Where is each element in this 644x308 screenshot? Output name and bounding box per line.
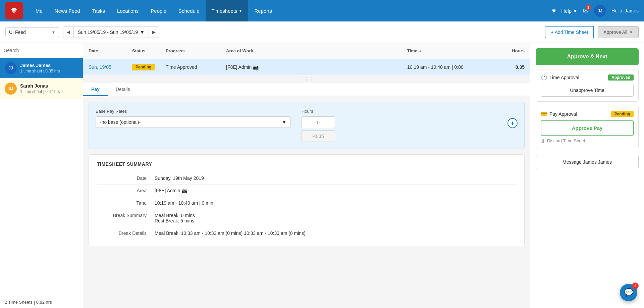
toolbar: UI Feed ▼ ◀ Sun 19/05/19 - Sun 19/05/19 … xyxy=(0,21,644,43)
summary-label: Area xyxy=(97,185,151,197)
base-pay-caret: ▼ xyxy=(282,119,286,125)
col-area: Area of Work xyxy=(226,48,407,53)
main-layout: JJ James James 1 time sheet | 0.35 hrs S… xyxy=(0,43,644,308)
nav-news-feed[interactable]: News Feed xyxy=(49,0,86,21)
help-button[interactable]: Help ▼ xyxy=(561,8,578,14)
pay-approval-label: Pay Approval xyxy=(549,111,577,117)
left-panel: JJ James James 1 time sheet | 0.35 hrs S… xyxy=(0,43,83,308)
clock-icon: 🕐 xyxy=(541,74,547,81)
tab-details[interactable]: Details xyxy=(108,83,138,96)
feed-select[interactable]: UI Feed ▼ xyxy=(5,27,59,37)
trash-icon: 🗑 xyxy=(541,138,545,143)
summary-section: TIMESHEET SUMMARY Date Sunday, 19th May … xyxy=(89,154,525,246)
approve-next-button[interactable]: Approve & Next xyxy=(536,48,639,65)
add-timesheet-button[interactable]: + Add Time Sheet xyxy=(545,26,594,38)
table-row: Date Sunday, 19th May 2019 xyxy=(97,172,516,185)
area-icon: 📷 xyxy=(181,188,187,193)
cell-hours: 0.35 xyxy=(501,64,525,70)
nav-right: ♥ Help ▼ ✉ 1 JJ Hello, James xyxy=(552,5,639,17)
table-row: Break Details Meal Break: 10:33 am - 10:… xyxy=(97,227,516,240)
list-item[interactable]: SJ Sarah Jonas 1 time sheet | 0.47 hrs xyxy=(0,79,83,99)
favorites-button[interactable]: ♥ xyxy=(552,7,556,15)
app-logo[interactable] xyxy=(5,2,23,19)
table-row: Area [F8E] Admin 📷 xyxy=(97,185,516,197)
time-approval-section: 🕐 Time Approval Approved Unapprove Time xyxy=(536,69,639,102)
summary-label: Time xyxy=(97,197,151,209)
pay-status-badge: Pending xyxy=(611,111,634,117)
date-navigation: ◀ Sun 19/05/19 - Sun 19/05/19 ▼ ▶ xyxy=(63,27,159,38)
nav-people[interactable]: People xyxy=(145,0,172,21)
col-progress: Progress xyxy=(166,48,226,53)
avatar: SJ xyxy=(5,83,17,95)
list-item[interactable]: JJ James James 1 time sheet | 0.35 hrs xyxy=(0,58,83,79)
summary-title: TIMESHEET SUMMARY xyxy=(97,161,516,167)
summary-label: Break Details xyxy=(97,227,151,240)
timesheets-caret: ▼ xyxy=(239,9,243,13)
notification-badge: 1 xyxy=(586,5,591,10)
nav-me[interactable]: Me xyxy=(30,0,49,21)
person-name: James James xyxy=(20,63,60,68)
avatar: JJ xyxy=(5,62,17,74)
unapprove-time-button[interactable]: Unapprove Time xyxy=(541,84,634,97)
summary-value: Meal Break: 0 mins Rest Break: 5 mins xyxy=(151,209,516,227)
pay-icon: 💳 xyxy=(541,111,547,117)
nav-timesheets[interactable]: Timesheets ▼ xyxy=(206,0,249,21)
nav-schedule[interactable]: Schedule xyxy=(172,0,206,21)
nav-links: Me News Feed Tasks Locations People Sche… xyxy=(30,0,552,21)
hours-input[interactable] xyxy=(302,116,335,128)
search-box xyxy=(0,43,83,58)
table-row: Time 10:19 am - 10:40 am | 0 min xyxy=(97,197,516,209)
col-hours: Hours xyxy=(501,48,525,53)
table-header: Date Status Progress Area of Work Time ▲… xyxy=(83,43,530,59)
hello-text[interactable]: Hello, James xyxy=(611,8,639,13)
panel-footer: 2 Time Sheets | 0.82 hrs xyxy=(0,296,83,308)
person-name: Sarah Jonas xyxy=(20,83,60,89)
nav-reports[interactable]: Reports xyxy=(248,0,278,21)
tab-pay[interactable]: Pay xyxy=(83,83,108,96)
feed-select-caret: ▼ xyxy=(52,30,55,34)
time-approval-label: Time Approval xyxy=(549,75,579,80)
tabs-bar: Pay Details xyxy=(83,83,530,96)
table-row[interactable]: Sun, 19/05 Pending Time Approved [F8E] A… xyxy=(83,59,530,75)
top-nav: Me News Feed Tasks Locations People Sche… xyxy=(0,0,644,21)
cell-time: 10:19 am - 10:40 am | 0:00 xyxy=(407,64,501,70)
area-icon: 📷 xyxy=(253,64,259,70)
col-status: Status xyxy=(132,48,166,53)
search-input[interactable] xyxy=(4,46,79,54)
base-pay-label: Base Pay Rates xyxy=(96,109,291,114)
cell-status: Pending xyxy=(132,64,166,70)
chat-icon: 💬 xyxy=(624,288,633,297)
cell-progress: Time Approved xyxy=(166,64,226,70)
status-badge: Pending xyxy=(132,64,155,70)
drag-handle[interactable]: ⋮⋮⋮ xyxy=(83,75,530,83)
base-pay-select[interactable]: -no base (optional)- ▼ xyxy=(96,116,291,128)
summary-value: 10:19 am - 10:40 am | 0 min xyxy=(151,197,516,209)
person-sub: 1 time sheet | 0.47 hrs xyxy=(20,89,60,94)
approve-all-caret: ▼ xyxy=(629,30,633,34)
notifications-button[interactable]: ✉ 1 xyxy=(583,7,589,15)
approve-pay-button[interactable]: Approve Pay xyxy=(541,120,634,136)
right-sidebar: Approve & Next 🕐 Time Approval Approved … xyxy=(530,43,644,308)
content-area: Date Status Progress Area of Work Time ▲… xyxy=(83,43,530,308)
summary-value: [F8E] Admin 📷 xyxy=(151,185,516,197)
person-sub: 1 time sheet | 0.35 hrs xyxy=(20,69,60,73)
chat-bubble[interactable]: 💬 2 xyxy=(620,284,637,301)
hours-negative: -0.35 xyxy=(302,130,335,142)
date-range-button[interactable]: Sun 19/05/19 - Sun 19/05/19 ▼ xyxy=(74,27,149,38)
col-date: Date xyxy=(89,48,132,53)
person-list: JJ James James 1 time sheet | 0.35 hrs S… xyxy=(0,58,83,296)
next-date-button[interactable]: ▶ xyxy=(149,27,159,38)
nav-locations[interactable]: Locations xyxy=(111,0,145,21)
summary-value: Sunday, 19th May 2019 xyxy=(151,172,516,185)
message-button[interactable]: Message James James xyxy=(536,155,639,169)
prev-date-button[interactable]: ◀ xyxy=(63,27,74,38)
summary-label: Break Summary xyxy=(97,209,151,227)
nav-tasks[interactable]: Tasks xyxy=(86,0,111,21)
discard-timesheet-button[interactable]: 🗑 Discard Time Sheet xyxy=(541,138,585,143)
approve-all-button[interactable]: Approve All ▼ xyxy=(598,26,639,38)
add-row-button[interactable]: + xyxy=(507,118,518,128)
summary-label: Date xyxy=(97,172,151,185)
sort-arrow-icon[interactable]: ▲ xyxy=(419,49,422,53)
user-avatar[interactable]: JJ xyxy=(594,5,606,17)
table-row: Break Summary Meal Break: 0 mins Rest Br… xyxy=(97,209,516,227)
